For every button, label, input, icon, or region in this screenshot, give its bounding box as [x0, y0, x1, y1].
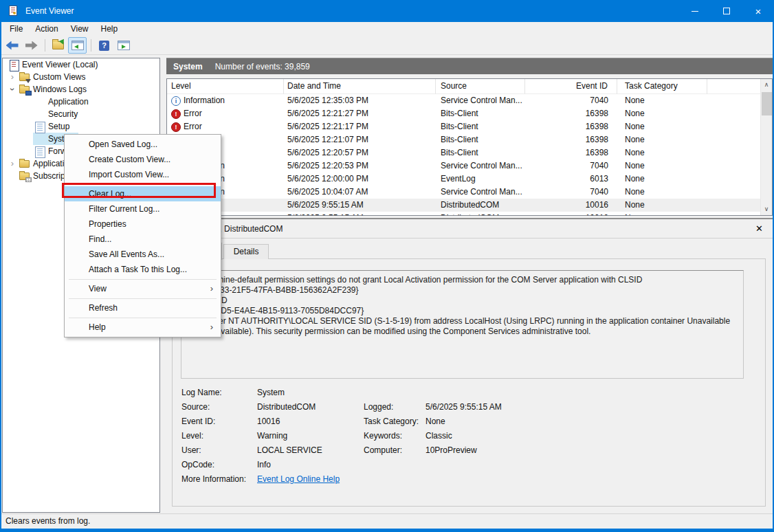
toolbar-separator: [45, 39, 45, 52]
log-name: System: [173, 62, 203, 71]
menubar-item-view[interactable]: View: [65, 22, 95, 36]
menubar-item-help[interactable]: Help: [95, 22, 124, 36]
window-border: [0, 22, 1, 532]
menu-separator: [69, 184, 217, 185]
open-saved-log-button[interactable]: [49, 37, 67, 54]
back-button[interactable]: [3, 37, 21, 54]
close-preview-button[interactable]: ✕: [755, 223, 763, 234]
menubar: FileActionViewHelp: [0, 22, 774, 36]
toolbar-separator: [91, 39, 91, 52]
log-icon: [34, 146, 45, 157]
scroll-up-button[interactable]: [761, 79, 772, 91]
show-action-pane-button[interactable]: [114, 37, 133, 54]
menu-item-open-saved-log[interactable]: Open Saved Log...: [65, 137, 221, 152]
titlebar[interactable]: Event Viewer ×: [0, 0, 774, 22]
event-viewer-window: Event Viewer × FileActionViewHelp Event …: [0, 0, 774, 532]
back-arrow-icon: [6, 41, 19, 50]
maximize-button[interactable]: [711, 0, 742, 22]
menu-item-clear-log[interactable]: Clear Log...: [65, 186, 221, 201]
folder-grid-icon: [19, 171, 30, 181]
table-row[interactable]: Error5/6/2025 12:21:07 PMBits-Client1639…: [167, 133, 760, 146]
statusbar: Clears events from log.: [0, 513, 774, 529]
folder-monitor-icon: [19, 85, 30, 95]
menu-item-attach-a-task-to-this-log[interactable]: Attach a Task To this Log...: [65, 262, 221, 277]
column-header-task-category[interactable]: Task Category: [617, 79, 707, 94]
menu-item-save-all-events-as[interactable]: Save All Events As...: [65, 247, 221, 262]
menu-separator: [69, 318, 217, 318]
preview-pane: Event 10016, DistributedCOM ✕ GeneralDet…: [166, 218, 773, 513]
menu-item-find[interactable]: Find...: [65, 232, 221, 247]
menu-separator: [69, 298, 217, 299]
tree-item-application[interactable]: Application: [3, 96, 159, 108]
column-header-date-and-time[interactable]: Date and Time: [284, 79, 436, 94]
event-log-online-help-link[interactable]: Event Log Online Help: [257, 472, 364, 487]
folder-filter-icon: [19, 72, 30, 82]
tree-item-windows-logs[interactable]: Windows Logs: [3, 83, 159, 96]
menu-item-filter-current-log[interactable]: Filter Current Log...: [65, 201, 221, 217]
console-tree-icon: [71, 41, 84, 50]
expander-icon[interactable]: [7, 84, 18, 95]
error-icon: [171, 122, 181, 132]
minimize-button[interactable]: [679, 0, 711, 22]
table-header-row: LevelDate and TimeSourceEvent IDTask Cat…: [167, 79, 760, 94]
expander-icon[interactable]: [7, 158, 18, 169]
forward-button[interactable]: [22, 37, 41, 54]
menu-item-help[interactable]: Help: [65, 320, 221, 335]
event-fields: Log Name:SystemSource:DistributedCOMLogg…: [181, 386, 752, 487]
table-row[interactable]: Information5/6/2025 12:20:53 PMService C…: [167, 159, 760, 173]
table-row[interactable]: Information5/6/2025 12:35:03 PMService C…: [167, 94, 760, 107]
maximize-icon: [723, 8, 730, 14]
menu-item-view[interactable]: View: [65, 281, 221, 296]
tree-item-event-viewer-local[interactable]: Event Viewer (Local): [3, 58, 159, 71]
menu-item-properties[interactable]: Properties: [65, 217, 221, 232]
help-icon: [99, 41, 109, 51]
event-list: LevelDate and TimeSourceEvent IDTask Cat…: [166, 78, 773, 216]
scroll-down-button[interactable]: [761, 203, 772, 215]
column-header-empty: [707, 79, 760, 94]
menu-separator: [69, 279, 217, 280]
status-text: Clears events from log.: [5, 516, 90, 526]
show-console-tree-button[interactable]: [68, 37, 87, 54]
table-row[interactable]: Error5/6/2025 12:21:27 PMBits-Client1639…: [167, 107, 760, 120]
caption-buttons: ×: [679, 0, 774, 22]
menu-item-create-custom-view[interactable]: Create Custom View...: [65, 152, 221, 167]
help-button[interactable]: [95, 37, 113, 54]
log-icon: [34, 122, 45, 132]
event-description: The machine-default permission settings …: [181, 270, 744, 379]
menubar-item-action[interactable]: Action: [29, 22, 64, 36]
submenu-arrow-icon: [210, 281, 213, 296]
general-tab-page: The machine-default permission settings …: [172, 258, 766, 507]
log-sec-icon: [34, 109, 45, 120]
tree-item-custom-views[interactable]: Custom Views: [3, 71, 159, 83]
column-header-event-id[interactable]: Event ID: [525, 79, 617, 94]
close-button[interactable]: ×: [742, 0, 774, 22]
event-viewer-icon: [8, 60, 19, 70]
table-row[interactable]: Error5/6/2025 12:21:17 PMBits-Client1639…: [167, 120, 760, 133]
submenu-arrow-icon: [210, 320, 213, 335]
table-row[interactable]: Information5/6/2025 10:04:07 AMService C…: [167, 186, 760, 199]
table-row[interactable]: Warning5/6/2025 9:55:15 AMDistributedCOM…: [167, 199, 760, 212]
window-border: [0, 529, 774, 532]
close-icon: ×: [755, 6, 762, 16]
column-header-source[interactable]: Source: [436, 79, 525, 94]
folder-plain-icon: [19, 159, 30, 169]
tab-details[interactable]: Details: [223, 244, 269, 259]
expander-icon[interactable]: [7, 71, 18, 82]
tree-item-security[interactable]: Security: [3, 108, 159, 120]
log-sys-icon: [34, 134, 45, 144]
events-count: Number of events: 39,859: [215, 62, 310, 71]
table-row[interactable]: Warning5/6/2025 9:55:15 AMDistributedCOM…: [167, 212, 760, 215]
preview-header: Event 10016, DistributedCOM ✕: [166, 219, 773, 239]
vertical-scrollbar[interactable]: [760, 79, 772, 215]
action-pane-icon: [118, 41, 130, 50]
menubar-item-file[interactable]: File: [3, 22, 29, 36]
context-menu: Open Saved Log...Create Custom View...Im…: [64, 134, 221, 337]
tree-item-setup[interactable]: Setup: [3, 120, 159, 133]
table-row[interactable]: Error5/6/2025 12:20:57 PMBits-Client1639…: [167, 146, 760, 159]
scrollbar-thumb[interactable]: [762, 92, 772, 115]
column-header-level[interactable]: Level: [167, 79, 284, 94]
table-row[interactable]: Information5/6/2025 12:00:00 PMEventLog6…: [167, 173, 760, 186]
menu-item-refresh[interactable]: Refresh: [65, 300, 221, 315]
event-viewer-app-icon: [8, 5, 19, 16]
menu-item-import-custom-view[interactable]: Import Custom View...: [65, 167, 221, 182]
